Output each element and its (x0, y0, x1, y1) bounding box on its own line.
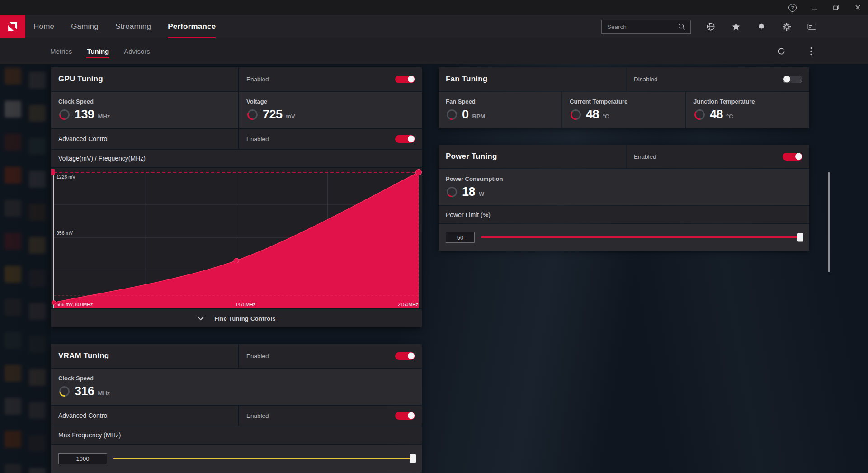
gpu-clock-speed-metric: Clock Speed 139 MHz (51, 92, 238, 128)
notifications-button[interactable] (756, 21, 767, 32)
power-consumption-metric: Power Consumption 18 W (439, 169, 809, 205)
main-navbar: Home Gaming Streaming Performance (0, 15, 868, 38)
curve-control-point (416, 170, 422, 175)
fan-tuning-state-label: Disabled (634, 76, 658, 83)
max-frequency-slider[interactable] (113, 458, 415, 459)
max-frequency-label: Max Frequency (MHz) (51, 426, 422, 444)
vram-tuning-title: VRAM Tuning (58, 351, 109, 360)
gpu-voltage-metric: Voltage 725 mV (239, 92, 422, 128)
fan-speed-metric: Fan Speed 0 RPM (439, 92, 561, 128)
bell-icon (757, 22, 766, 32)
power-tuning-state-label: Enabled (634, 153, 656, 160)
max-frequency-slider-row: 1900 (51, 445, 422, 473)
fine-tuning-controls-expander[interactable]: Fine Tuning Controls (51, 309, 422, 327)
amd-logo[interactable] (0, 15, 25, 38)
gpu-advanced-control-label: Advanced Control (58, 135, 108, 142)
close-icon (855, 5, 861, 10)
performance-subnav: Metrics Tuning Advisors (0, 38, 868, 64)
vram-tuning-toggle[interactable] (395, 352, 415, 360)
voltage-frequency-curve-chart[interactable]: 1226 mV 956 mV 686 mV, 800MHz 1475MHz 21… (51, 168, 422, 308)
power-limit-value-input[interactable]: 50 (446, 232, 475, 243)
voltage-frequency-chart-header: Voltage(mV) / Frequency(MHz) (51, 150, 422, 167)
minimize-button[interactable] (810, 4, 818, 12)
power-limit-slider[interactable] (481, 236, 802, 238)
left-column: GPU Tuning Enabled Clock Speed 139 MHz V… (51, 67, 422, 473)
restore-button[interactable] (832, 4, 840, 12)
gpu-tuning-panel: GPU Tuning Enabled Clock Speed 139 MHz V… (51, 67, 422, 327)
gauge-icon (446, 186, 458, 198)
tab-advisors[interactable]: Advisors (124, 38, 150, 64)
power-tuning-toggle[interactable] (783, 153, 802, 161)
junction-temperature-metric: Junction Temperature 48 °C (686, 92, 809, 128)
globe-icon (706, 22, 716, 32)
gpu-tuning-toggle[interactable] (395, 76, 415, 83)
tab-tuning[interactable]: Tuning (87, 38, 109, 64)
current-temperature-metric: Current Temperature 48 °C (562, 92, 685, 128)
globe-button[interactable] (705, 21, 716, 32)
help-icon: ? (788, 4, 797, 12)
nav-performance[interactable]: Performance (168, 15, 216, 38)
toggle-knob (408, 412, 415, 419)
gpu-advanced-control-toggle[interactable] (395, 135, 415, 143)
x-axis-labels: 686 mV, 800MHz 1475MHz 2150MHz (57, 302, 418, 307)
vram-advanced-state-label: Enabled (246, 412, 269, 419)
star-icon (731, 22, 741, 32)
gauge-icon (58, 385, 71, 397)
y-axis-label-mid: 956 mV (57, 230, 73, 236)
max-frequency-value-input[interactable]: 1900 (58, 453, 107, 464)
gauge-icon (570, 109, 582, 121)
restore-icon (833, 5, 839, 10)
slider-handle[interactable] (797, 233, 803, 242)
fan-tuning-toggle[interactable] (783, 76, 802, 83)
right-column: Fan Tuning Disabled Fan Speed 0 RPM Curr… (439, 67, 809, 473)
help-button[interactable]: ? (788, 4, 797, 12)
nav-streaming[interactable]: Streaming (115, 15, 151, 38)
x-axis-label-max: 2150MHz (398, 302, 418, 307)
toggle-knob (408, 353, 415, 359)
fan-tuning-panel: Fan Tuning Disabled Fan Speed 0 RPM Curr… (439, 67, 809, 128)
minimize-icon (811, 5, 817, 10)
vram-tuning-panel: VRAM Tuning Enabled Clock Speed 316 MHz (51, 344, 422, 473)
search-box[interactable] (601, 20, 691, 34)
y-axis-label-max: 1226 mV (57, 174, 75, 180)
x-axis-label-min: 686 mV, 800MHz (57, 302, 93, 307)
tab-metrics[interactable]: Metrics (50, 38, 72, 64)
curve-control-point (52, 301, 56, 305)
chevron-down-icon (197, 316, 204, 321)
x-axis-label-mid: 1475MHz (235, 302, 255, 307)
amd-arrow-icon (6, 20, 19, 33)
toggle-knob (795, 153, 802, 160)
kebab-menu-icon (810, 47, 812, 56)
scrollbar-thumb[interactable] (828, 172, 830, 272)
slider-handle[interactable] (410, 454, 416, 463)
gauge-icon (446, 109, 458, 121)
power-limit-label: Power Limit (%) (439, 206, 809, 223)
gauge-icon (58, 109, 71, 121)
vram-tuning-state-label: Enabled (246, 353, 269, 359)
nav-home[interactable]: Home (33, 15, 54, 38)
favorites-button[interactable] (731, 21, 741, 32)
reset-button[interactable] (776, 46, 787, 57)
search-icon[interactable] (678, 23, 686, 31)
tuning-content: GPU Tuning Enabled Clock Speed 139 MHz V… (51, 67, 809, 473)
fan-tuning-title: Fan Tuning (446, 75, 487, 84)
device-button[interactable] (807, 21, 817, 32)
power-tuning-panel: Power Tuning Enabled Power Consumption 1… (439, 145, 809, 251)
toggle-knob (408, 136, 415, 142)
search-input[interactable] (606, 23, 678, 31)
close-button[interactable] (854, 4, 862, 12)
more-options-button[interactable] (806, 46, 816, 57)
power-tuning-title: Power Tuning (446, 152, 497, 161)
curve-chart-svg[interactable] (51, 168, 422, 308)
settings-button[interactable] (781, 21, 792, 32)
navbar-right-cluster (601, 20, 868, 34)
curve-control-point (234, 258, 239, 263)
toggle-knob (783, 76, 790, 83)
gauge-icon (693, 109, 706, 121)
gpu-advanced-state-label: Enabled (246, 136, 269, 142)
gpu-tuning-title: GPU Tuning (58, 75, 103, 84)
nav-gaming[interactable]: Gaming (71, 15, 99, 38)
device-card-icon (807, 22, 817, 32)
gpu-tuning-state-label: Enabled (246, 76, 269, 83)
vram-advanced-control-toggle[interactable] (395, 412, 415, 420)
